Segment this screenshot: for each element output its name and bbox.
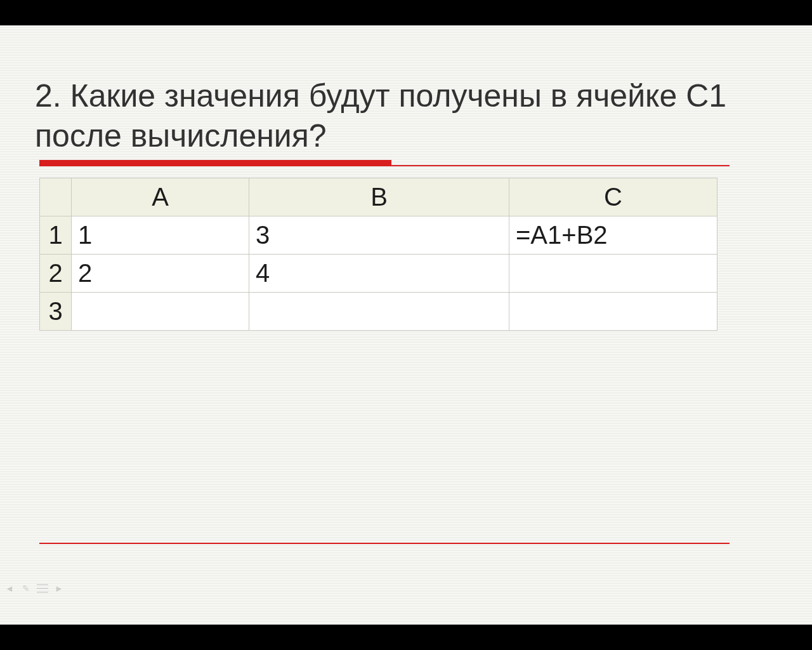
row-header-1: 1 <box>40 216 72 255</box>
row-header-2: 2 <box>40 255 72 293</box>
cell-c2 <box>509 255 717 293</box>
spreadsheet-table: A B C 1 1 3 =A1+B2 2 2 4 3 <box>39 178 717 331</box>
bottom-divider <box>39 543 730 544</box>
cell-c3 <box>509 293 717 331</box>
corner-cell <box>40 178 72 216</box>
row-header-3: 3 <box>40 293 72 331</box>
question-title: 2. Какие значения будут получены в ячейк… <box>35 76 733 156</box>
table-row: 2 2 4 <box>40 255 717 293</box>
presentation-toolbar: ◄ ✎ ► <box>4 583 65 594</box>
next-slide-icon[interactable]: ► <box>53 583 65 594</box>
table-row: 3 <box>40 293 717 331</box>
title-underline <box>39 160 730 166</box>
cell-a3 <box>72 293 249 331</box>
cell-a1: 1 <box>72 216 249 255</box>
cell-a2: 2 <box>72 255 249 293</box>
pen-icon[interactable]: ✎ <box>20 583 32 594</box>
menu-icon[interactable] <box>37 583 48 594</box>
cell-c1: =A1+B2 <box>509 216 717 255</box>
column-header-row: A B C <box>40 178 717 216</box>
cell-b1: 3 <box>249 216 509 255</box>
cell-b2: 4 <box>249 255 509 293</box>
table-row: 1 1 3 =A1+B2 <box>40 216 717 255</box>
col-header-b: B <box>249 178 509 216</box>
prev-slide-icon[interactable]: ◄ <box>4 583 15 594</box>
slide-frame: 2. Какие значения будут получены в ячейк… <box>0 25 812 625</box>
col-header-c: C <box>509 178 717 216</box>
col-header-a: A <box>72 178 249 216</box>
cell-b3 <box>249 293 509 331</box>
